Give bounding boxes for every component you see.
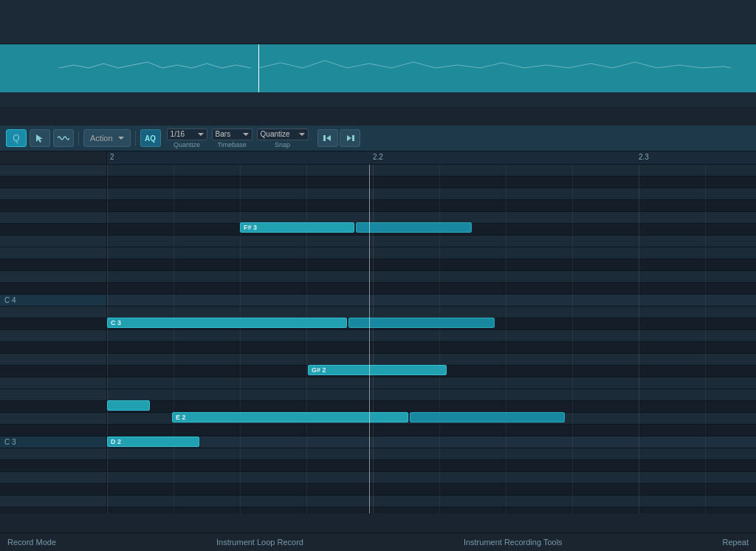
instrument-tools-label: Instrument Recording Tools	[464, 538, 563, 547]
waveform-bottom-bar	[0, 92, 756, 107]
grid-row-24[interactable]	[107, 448, 756, 460]
snap-right-button[interactable]	[340, 129, 360, 147]
piano-key-F4[interactable]	[0, 236, 106, 247]
grid-row-10[interactable]	[107, 283, 756, 295]
grid-row-29[interactable]	[107, 507, 756, 513]
piano-key-E3[interactable]	[0, 389, 106, 401]
piano-key-A4[interactable]	[0, 188, 106, 200]
grid-row-12[interactable]	[107, 307, 756, 318]
piano-key-D3[interactable]	[0, 413, 106, 425]
cursor-button[interactable]	[30, 129, 50, 147]
grid-row-1[interactable]	[107, 177, 756, 188]
snap-left-button[interactable]	[317, 129, 338, 147]
grid-row-20[interactable]	[107, 401, 756, 413]
note-e2-label: E 2	[176, 414, 186, 421]
note-e2-secondary[interactable]	[410, 412, 565, 422]
ruler-mark-23: 2.3	[639, 153, 649, 161]
wave-button[interactable]	[53, 129, 74, 147]
piano-key-As2[interactable]	[0, 460, 106, 472]
piano-key-B2[interactable]	[0, 448, 106, 460]
piano-key-list: C 4C 3	[0, 165, 106, 513]
ruler-mark-2: 2	[110, 153, 114, 161]
grid-row-11[interactable]	[107, 295, 756, 307]
q-button[interactable]: Q	[6, 129, 27, 147]
piano-key-G4[interactable]	[0, 212, 106, 224]
note-e2-primary[interactable]: E 2	[172, 412, 408, 422]
grid-row-7[interactable]	[107, 247, 756, 259]
waveform-main[interactable]	[0, 44, 756, 92]
snap-select[interactable]: Quantize	[257, 129, 309, 140]
note-grid[interactable]: 2 2.2 2.3 F# 3	[107, 151, 756, 513]
snap-chevron	[299, 133, 305, 136]
piano-key-Fs4[interactable]	[0, 224, 106, 236]
piano-key-A2[interactable]	[0, 472, 106, 484]
piano-key-Gs2[interactable]	[0, 484, 106, 496]
grid-row-15[interactable]	[107, 342, 756, 354]
piano-key-C3[interactable]: C 3	[0, 437, 106, 448]
snap-left-icon	[323, 134, 333, 143]
svg-rect-3	[352, 135, 354, 141]
piano-roll: C 4C 3 2 2.2 2.3	[0, 151, 756, 513]
aq-button[interactable]: AQ	[140, 129, 161, 147]
note-c3-secondary[interactable]	[348, 318, 495, 328]
note-d2-primary[interactable]: D 2	[107, 437, 199, 447]
status-bar: Record Mode Instrument Loop Record Instr…	[0, 533, 756, 551]
action-button[interactable]: Action	[83, 129, 131, 147]
piano-key-As4[interactable]	[0, 177, 106, 188]
note-fsharp3-secondary[interactable]	[356, 222, 472, 233]
note-fsharp3-primary[interactable]: F# 3	[240, 222, 354, 233]
grid-row-27[interactable]	[107, 484, 756, 496]
piano-key-B4[interactable]	[0, 165, 106, 177]
grid-row-23[interactable]	[107, 437, 756, 448]
grid-row-2[interactable]	[107, 188, 756, 200]
piano-key-G2[interactable]	[0, 496, 106, 507]
grid-row-8[interactable]	[107, 259, 756, 271]
note-gsharp2-label: G# 2	[312, 366, 326, 374]
grid-row-6[interactable]	[107, 236, 756, 247]
piano-key-Fs2[interactable]	[0, 507, 106, 513]
piano-key-Gs4[interactable]	[0, 200, 106, 212]
grid-row-16[interactable]	[107, 354, 756, 366]
piano-key-Gs3[interactable]	[0, 342, 106, 354]
toolbar: Q Action AQ 1/16 Quantize Bars Timebase	[0, 126, 756, 151]
grid-row-18[interactable]	[107, 377, 756, 389]
piano-key-G3[interactable]	[0, 354, 106, 366]
timebase-select[interactable]: Bars	[212, 129, 252, 140]
grid-row-0[interactable]	[107, 165, 756, 177]
vline-4	[373, 165, 374, 513]
note-small1-primary[interactable]	[107, 400, 150, 411]
grid-row-9[interactable]	[107, 271, 756, 283]
grid-row-3[interactable]	[107, 200, 756, 212]
vline-1	[173, 165, 174, 513]
grid-row-14[interactable]	[107, 330, 756, 342]
note-gsharp2-primary[interactable]: G# 2	[308, 365, 447, 375]
piano-key-A3[interactable]	[0, 330, 106, 342]
piano-key-Cs3[interactable]	[0, 425, 106, 437]
piano-key-As3[interactable]	[0, 318, 106, 330]
piano-key-E4[interactable]	[0, 247, 106, 259]
grid-row-26[interactable]	[107, 472, 756, 484]
note-d2-label: D 2	[111, 438, 121, 445]
grid-body[interactable]: F# 3 C 3 G# 2 E 2 D 2	[107, 165, 756, 513]
snap-label: Snap	[275, 141, 290, 148]
grid-row-28[interactable]	[107, 496, 756, 507]
piano-key-B3[interactable]	[0, 307, 106, 318]
note-c3-label: C 3	[111, 319, 121, 326]
piano-key-C4[interactable]: C 4	[0, 295, 106, 307]
quantize-select[interactable]: 1/16	[167, 129, 207, 140]
snap-buttons	[317, 129, 360, 147]
piano-key-Ds3[interactable]	[0, 401, 106, 413]
piano-key-Fs3[interactable]	[0, 366, 106, 377]
waveform-section	[0, 0, 756, 126]
vline-8	[639, 165, 639, 513]
grid-row-25[interactable]	[107, 460, 756, 472]
grid-row-22[interactable]	[107, 425, 756, 437]
piano-key-Cs4[interactable]	[0, 283, 106, 295]
piano-key-F3[interactable]	[0, 377, 106, 389]
timebase-label: Timebase	[217, 141, 246, 148]
piano-keys[interactable]: C 4C 3	[0, 151, 107, 513]
note-c3-primary[interactable]: C 3	[107, 318, 347, 328]
piano-key-Ds4[interactable]	[0, 259, 106, 271]
piano-key-D4[interactable]	[0, 271, 106, 283]
grid-row-19[interactable]	[107, 389, 756, 401]
